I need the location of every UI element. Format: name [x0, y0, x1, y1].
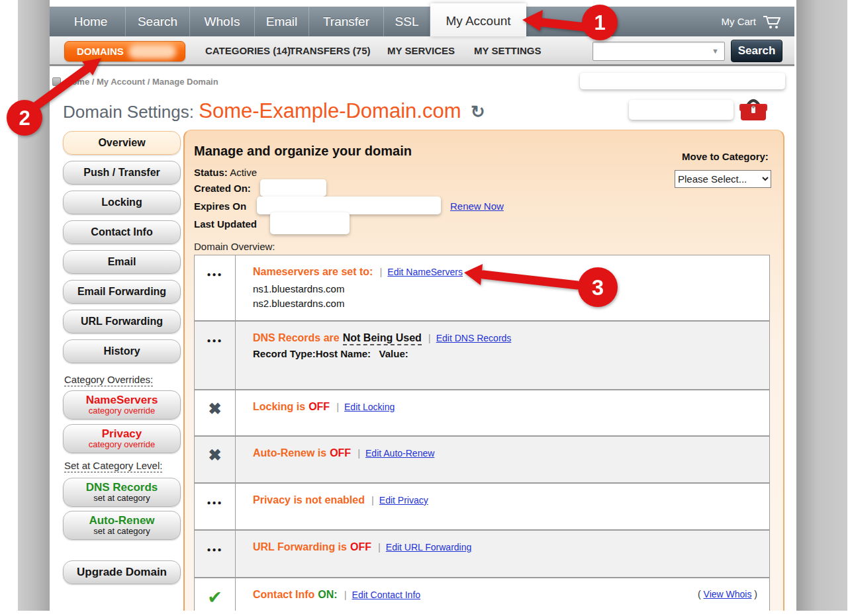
edit-url-forwarding-link[interactable]: Edit URL Forwarding [386, 542, 471, 552]
row-status: OFF [350, 541, 371, 552]
domain-overview-label: Domain Overview: [194, 241, 275, 252]
sidebar-item-overview[interactable]: Overview [63, 131, 181, 155]
breadcrumb[interactable]: Home / My Account / Manage Domain [52, 77, 218, 87]
move-to-category-select[interactable]: Please Select... [675, 170, 771, 188]
separator: | [379, 266, 382, 277]
edit-dns-records-link[interactable]: Edit DNS Records [436, 333, 512, 343]
sidebar-item-contact-info[interactable]: Contact Info [63, 220, 181, 244]
row-status: Not Being Used [343, 332, 422, 345]
status-value: Active [228, 167, 257, 178]
category-title: DNS Records [64, 481, 180, 494]
tab-my-account[interactable]: My Account [430, 3, 526, 36]
sidebar-item-url-forwarding[interactable]: URL Forwarding [63, 310, 181, 333]
dots-icon: ●●● [195, 484, 236, 529]
separator: | [428, 332, 431, 343]
status-label: Status: [194, 167, 228, 178]
sidebar-item-nameservers-override[interactable]: NameServers category override [63, 390, 181, 419]
edit-privacy-link[interactable]: Edit Privacy [379, 495, 428, 506]
subnav-transfers[interactable]: TRANSFERS (75) [289, 45, 371, 56]
override-subtitle: category override [64, 440, 180, 449]
dots-glyph: ●●● [207, 271, 222, 278]
row-title: Privacy is not enabled [253, 494, 365, 506]
combobox-dropdown-icon[interactable]: ▼ [712, 47, 719, 55]
set-at-category-label: Set at Category Level: [64, 460, 162, 472]
last-updated-label: Last Updated [194, 218, 257, 230]
sidebar-item-locking[interactable]: Locking [63, 191, 181, 214]
right-gutter [796, 0, 847, 611]
dots-glyph: ●●● [207, 546, 222, 553]
row-body: Nameservers are set to:|Edit NameServers… [236, 255, 769, 320]
row-title: Auto-Renew is [253, 447, 326, 459]
domain-overview-table: ●●● Nameservers are set to:|Edit NameSer… [194, 255, 770, 616]
refresh-icon[interactable]: ↻ [471, 102, 485, 122]
dots-icon: ●●● [195, 531, 236, 577]
separator: | [344, 589, 347, 600]
separator: | [336, 401, 339, 412]
table-row-locking: ✖ Locking isOFF|Edit Locking [195, 389, 769, 435]
subnav-domains-button[interactable]: DOMAINS [64, 41, 185, 62]
edit-nameservers-link[interactable]: Edit NameServers [387, 267, 463, 277]
tab-email[interactable]: Email [255, 7, 309, 36]
dots-icon: ●●● [195, 322, 236, 389]
sidebar-item-auto-renew-category[interactable]: Auto-Renew set at category [63, 511, 181, 540]
domain-search-combobox[interactable]: ▼ [592, 42, 725, 61]
separator: | [357, 447, 360, 459]
tab-transfer[interactable]: Transfer [309, 7, 384, 36]
table-row-dns-records: ●●● DNS Records areNot Being Used|Edit D… [195, 320, 769, 389]
view-whois-wrap: ( View Whois ) [698, 589, 757, 599]
view-whois-link[interactable]: View Whois [704, 589, 752, 599]
nameserver-2: ns2.bluestardns.com [253, 296, 756, 311]
redacted-value-box [270, 212, 350, 234]
redacted-value-box [580, 73, 785, 89]
redacted-value-box [629, 100, 734, 120]
row-title: URL Forwarding is [253, 541, 347, 552]
redacted-value-box [260, 179, 326, 197]
paren-open: ( [698, 589, 704, 599]
toolbox-icon[interactable] [737, 95, 769, 123]
x-glyph: ✖ [208, 446, 221, 464]
subnav-categories[interactable]: CATEGORIES (14) [205, 45, 291, 56]
created-on-label: Created On: [194, 183, 251, 194]
x-icon: ✖ [195, 390, 236, 435]
override-title: NameServers [64, 394, 180, 406]
breadcrumb-path[interactable]: Home / My Account / Manage Domain [66, 77, 218, 87]
sidebar-item-push-transfer[interactable]: Push / Transfer [63, 161, 181, 185]
tab-search[interactable]: Search [126, 7, 190, 36]
row-body: Locking isOFF|Edit Locking [236, 390, 769, 435]
sidebar-item-privacy-override[interactable]: Privacy category override [63, 424, 181, 453]
top-navigation: Home Search WhoIs Email Transfer SSL My … [50, 7, 794, 36]
account-sub-navigation: DOMAINS CATEGORIES (14) TRANSFERS (75) M… [50, 36, 794, 66]
row-status: OFF [330, 447, 351, 459]
edit-locking-link[interactable]: Edit Locking [344, 402, 395, 412]
category-title: Auto-Renew [64, 514, 180, 527]
row-body: Auto-Renew isOFF|Edit Auto-Renew [236, 437, 769, 482]
renew-now-link[interactable]: Renew Now [450, 200, 504, 212]
dots-icon: ●●● [195, 255, 236, 320]
nameserver-1: ns1.bluestardns.com [253, 282, 756, 296]
tab-whois[interactable]: WhoIs [190, 7, 255, 36]
row-status: OFF [308, 401, 330, 412]
row-body: URL Forwarding isOFF|Edit URL Forwarding [236, 531, 769, 577]
section-heading: Manage and organize your domain [194, 144, 412, 159]
check-glyph: ✔ [207, 588, 222, 607]
search-button[interactable]: Search [731, 40, 782, 62]
edit-auto-renew-link[interactable]: Edit Auto-Renew [365, 448, 434, 459]
domains-label: DOMAINS [77, 46, 124, 57]
tab-home[interactable]: Home [56, 7, 126, 36]
subnav-my-services[interactable]: MY SERVICES [387, 45, 455, 56]
dots-glyph: ●●● [207, 499, 222, 506]
subnav-my-settings[interactable]: MY SETTINGS [474, 45, 541, 56]
row-title: Locking is [253, 401, 305, 412]
row-body: Privacy is not enabled|Edit Privacy [236, 484, 769, 529]
upgrade-domain-button[interactable]: Upgrade Domain [63, 560, 181, 584]
category-subtitle: set at category [64, 527, 180, 536]
sidebar-item-history[interactable]: History [63, 339, 181, 363]
edit-contact-info-link[interactable]: Edit Contact Info [352, 590, 421, 600]
my-cart[interactable]: My Cart [722, 7, 783, 36]
sidebar-item-email-forwarding[interactable]: Email Forwarding [63, 280, 181, 304]
tab-ssl[interactable]: SSL [384, 7, 430, 36]
sidebar-item-dns-records-category[interactable]: DNS Records set at category [63, 478, 181, 507]
sidebar-item-email[interactable]: Email [63, 250, 181, 274]
redacted-domain-count [128, 44, 176, 59]
separator: | [378, 541, 381, 552]
